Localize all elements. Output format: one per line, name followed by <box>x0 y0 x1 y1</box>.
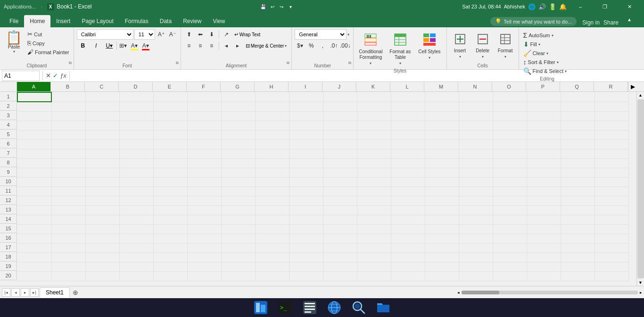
grid-cell[interactable] <box>51 234 85 243</box>
grid-cell[interactable] <box>391 224 425 234</box>
grid-cell[interactable] <box>561 252 594 262</box>
grid-cell[interactable] <box>289 234 323 243</box>
row-header-6[interactable]: 6 <box>0 139 17 148</box>
grid-cell[interactable] <box>425 252 459 262</box>
grid-cell[interactable] <box>391 271 425 281</box>
tab-nav-first[interactable]: |◂ <box>2 288 10 297</box>
grid-cell[interactable] <box>255 102 289 111</box>
grid-cell[interactable] <box>187 252 221 262</box>
col-header-O[interactable]: O <box>492 82 526 91</box>
grid-cell[interactable] <box>153 205 187 215</box>
grid-cell[interactable] <box>594 243 628 252</box>
grid-cell[interactable] <box>594 224 628 234</box>
grid-cell[interactable] <box>187 215 221 224</box>
cell-styles-btn[interactable]: Cell Styles ▾ <box>415 31 443 62</box>
grid-cell[interactable] <box>85 252 119 262</box>
grid-cell[interactable] <box>527 271 561 281</box>
paste-btn[interactable]: 📋 Paste ▾ <box>3 29 25 56</box>
align-bottom-btn[interactable]: ⬇ <box>206 29 217 40</box>
grid-cell[interactable] <box>85 205 119 215</box>
grid-cell[interactable] <box>221 271 255 281</box>
grid-cell[interactable] <box>493 158 527 168</box>
grid-cell[interactable] <box>561 92 594 102</box>
grid-cell[interactable] <box>187 271 221 281</box>
grid-cell[interactable] <box>357 121 391 130</box>
grid-cell[interactable] <box>221 158 255 168</box>
borders-btn[interactable]: ⊞▾ <box>118 41 128 51</box>
grid-cell[interactable] <box>51 224 85 234</box>
format-cells-btn[interactable]: Format ▾ <box>495 31 516 61</box>
grid-cell[interactable] <box>85 196 119 205</box>
grid-cell[interactable] <box>51 168 85 177</box>
grid-cell[interactable] <box>357 215 391 224</box>
grid-cell[interactable] <box>221 187 255 196</box>
grid-cell[interactable] <box>594 262 628 271</box>
save-qat-btn[interactable]: 💾 <box>259 3 267 10</box>
grid-cell[interactable] <box>85 139 119 149</box>
grid-cell[interactable] <box>85 158 119 168</box>
grid-cell[interactable] <box>561 139 594 149</box>
grid-cell[interactable] <box>119 205 153 215</box>
grid-cell[interactable] <box>527 168 561 177</box>
grid-cell[interactable] <box>119 224 153 234</box>
scroll-down-btn[interactable]: ▼ <box>637 279 644 286</box>
restore-btn[interactable]: ❐ <box>594 0 616 13</box>
close-btn[interactable]: ✕ <box>619 0 640 13</box>
grid-cell[interactable] <box>425 187 459 196</box>
grid-cell[interactable] <box>289 215 323 224</box>
grid-cell[interactable] <box>323 215 357 224</box>
grid-cell[interactable] <box>187 158 221 168</box>
grid-cell[interactable] <box>594 102 628 111</box>
grid-cell[interactable] <box>323 149 357 158</box>
grid-cell[interactable] <box>425 130 459 139</box>
grid-cell[interactable] <box>153 168 187 177</box>
comma-btn[interactable]: , <box>317 41 328 51</box>
grid-cell[interactable] <box>85 121 119 130</box>
col-scroll-right[interactable]: ▶ <box>628 82 637 91</box>
grid-cell[interactable] <box>289 271 323 281</box>
grid-cell[interactable] <box>255 149 289 158</box>
copy-btn[interactable]: ⎘ Copy <box>26 39 71 47</box>
scroll-left-btn[interactable]: ◂ <box>457 290 460 295</box>
grid-cell[interactable] <box>255 121 289 130</box>
grid-cell[interactable] <box>51 205 85 215</box>
grid-cell[interactable] <box>594 111 628 121</box>
row-header-2[interactable]: 2 <box>0 101 17 111</box>
tab-page-layout[interactable]: Page Layout <box>76 15 119 27</box>
grid-cell[interactable] <box>85 224 119 234</box>
grid-cell[interactable] <box>561 149 594 158</box>
taskbar-files-btn[interactable] <box>249 299 272 317</box>
grid-cell[interactable] <box>493 215 527 224</box>
grid-cell[interactable] <box>425 102 459 111</box>
grid-cell[interactable] <box>221 130 255 139</box>
grid-cell[interactable] <box>51 121 85 130</box>
h-scrollbar-thumb[interactable] <box>462 291 499 294</box>
grid-cell[interactable] <box>493 130 527 139</box>
grid-cell[interactable] <box>119 243 153 252</box>
grid-cell[interactable] <box>289 196 323 205</box>
grid-cell[interactable] <box>527 262 561 271</box>
grid-cell[interactable] <box>391 139 425 149</box>
grid-cell[interactable] <box>561 262 594 271</box>
grid-cell[interactable] <box>425 224 459 234</box>
grid-cell[interactable] <box>527 139 561 149</box>
font-size-select[interactable]: 11 <box>134 29 155 40</box>
grid-cell[interactable] <box>459 252 493 262</box>
grid-cell[interactable] <box>459 215 493 224</box>
grid-cell[interactable] <box>527 121 561 130</box>
grid-cell[interactable] <box>153 139 187 149</box>
grid-cell[interactable] <box>289 205 323 215</box>
tab-review[interactable]: Review <box>177 15 207 27</box>
grid-cell[interactable] <box>17 205 51 215</box>
grid-cell[interactable] <box>289 177 323 187</box>
grid-cell[interactable] <box>357 130 391 139</box>
italic-btn[interactable]: I <box>90 41 102 51</box>
grid-cell[interactable] <box>594 187 628 196</box>
grid-cell[interactable] <box>153 243 187 252</box>
grid-cell[interactable] <box>289 111 323 121</box>
grid-cell[interactable] <box>493 271 527 281</box>
grid-cell[interactable] <box>187 262 221 271</box>
align-right-btn[interactable]: ≡ <box>206 41 217 51</box>
tab-insert[interactable]: Insert <box>50 15 76 27</box>
grid-cell[interactable] <box>289 243 323 252</box>
